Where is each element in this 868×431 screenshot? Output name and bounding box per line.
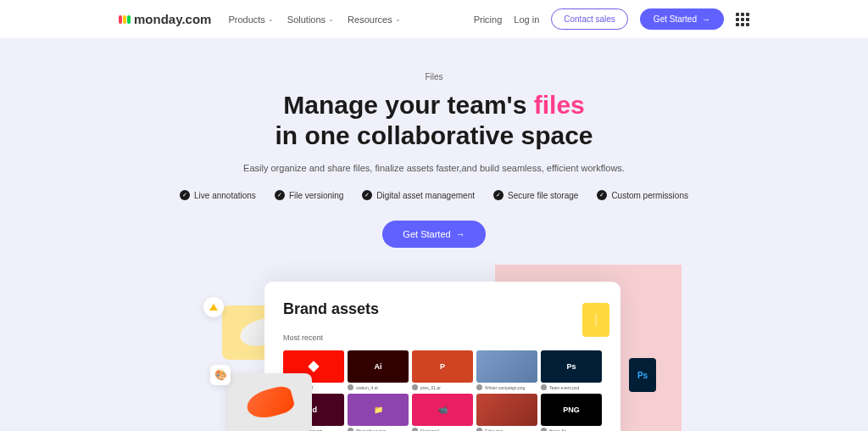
avatar-icon <box>541 428 547 431</box>
file-name-label: Team event.psd <box>549 385 579 390</box>
check-icon: ✓ <box>180 190 190 200</box>
logo-text: monday.com <box>134 12 211 26</box>
avatar-icon <box>348 428 353 431</box>
eyebrow: Files <box>0 72 868 81</box>
file-meta: Winter campaign.png <box>476 384 537 390</box>
arrow-right-icon: → <box>702 14 710 24</box>
main-nav: Products⌄ Solutions⌄ Resources⌄ <box>228 14 400 25</box>
file-item[interactable]: Ppres_01.pr <box>412 350 473 390</box>
feature-list: ✓Live annotations ✓File versioning ✓Digi… <box>0 190 868 200</box>
product-card-gray <box>227 373 312 431</box>
header-left: monday.com Products⌄ Solutions⌄ Resource… <box>119 12 401 26</box>
apps-grid-icon[interactable] <box>736 13 749 26</box>
feature-item: ✓Live annotations <box>180 190 256 200</box>
avatar-icon <box>412 384 418 390</box>
header-right: Pricing Log in Contact sales Get Started… <box>474 8 749 30</box>
file-meta: station_4.ai <box>348 384 409 390</box>
chevron-down-icon: ⌄ <box>328 15 334 23</box>
feature-item: ✓Secure file storage <box>493 190 578 200</box>
shoe-image <box>243 383 295 422</box>
color-picker-badge-icon: 🎨 <box>210 365 231 385</box>
file-name-label: Winter campaign.png <box>485 385 525 390</box>
file-grid: ID copy.pdfAistation_4.aiPpres_01.prWint… <box>283 350 602 431</box>
file-name-label: Home.fig <box>549 428 566 432</box>
hero-cta-button[interactable]: Get Started → <box>382 221 485 248</box>
photoshop-badge-icon: Ps <box>629 358 656 392</box>
pricing-link[interactable]: Pricing <box>474 14 503 25</box>
google-drive-badge-icon <box>203 297 224 317</box>
nav-products[interactable]: Products⌄ <box>228 14 273 25</box>
chevron-down-icon: ⌄ <box>395 15 401 23</box>
file-thumbnail <box>476 350 537 383</box>
check-icon: ✓ <box>493 190 504 200</box>
file-meta: Photoshoot.png <box>348 428 409 431</box>
file-name-label: station_4.ai <box>356 385 378 390</box>
avatar-icon <box>476 428 482 431</box>
feature-item: ✓File versioning <box>275 190 343 200</box>
hero-title: Manage your team's files in one collabor… <box>0 90 868 151</box>
file-name-label: Final.mp4 <box>420 428 439 432</box>
file-name-label: pres_01.pr <box>420 385 441 390</box>
main-header: monday.com Products⌄ Solutions⌄ Resource… <box>0 0 868 38</box>
file-item[interactable]: PsTeam event.psd <box>541 350 602 390</box>
contact-sales-button[interactable]: Contact sales <box>551 8 628 30</box>
check-icon: ✓ <box>275 190 285 200</box>
hero-section: Files Manage your team's files in one co… <box>0 38 868 431</box>
file-panel: Brand assets Most recent ID copy.pdfAist… <box>264 282 620 431</box>
panel-title: Brand assets <box>283 300 602 318</box>
file-item[interactable]: Aistation_4.ai <box>348 350 409 390</box>
logo[interactable]: monday.com <box>119 12 211 26</box>
mockup-area: Ps ⦚ 🎨 Brand assets Most recent ID copy.… <box>0 282 868 431</box>
file-thumbnail: P <box>412 350 473 383</box>
avatar-icon <box>476 384 482 390</box>
avatar-icon <box>348 384 353 390</box>
file-thumbnail: PNG <box>541 394 602 426</box>
file-thumbnail <box>476 394 537 426</box>
check-icon: ✓ <box>362 190 372 200</box>
hero-subtitle: Easily organize and share files, finaliz… <box>0 163 868 173</box>
chevron-down-icon: ⌄ <box>268 15 274 23</box>
file-thumbnail: Ai <box>348 350 409 383</box>
arrow-right-icon: → <box>456 229 465 239</box>
zip-file-badge-icon: ⦚ <box>582 303 609 337</box>
file-thumbnail: Ps <box>541 350 602 383</box>
panel-section-label: Most recent <box>283 333 602 342</box>
file-item[interactable]: PNGHome.fig <box>541 394 602 431</box>
file-item[interactable]: 📁Photoshoot.png <box>348 394 409 431</box>
file-name-label: Edge.png <box>485 428 503 432</box>
logo-icon <box>119 15 131 24</box>
get-started-button[interactable]: Get Started→ <box>640 8 724 30</box>
file-meta: pres_01.pr <box>412 384 473 390</box>
login-link[interactable]: Log in <box>514 14 539 25</box>
avatar-icon <box>541 384 547 390</box>
file-name-label: Photoshoot.png <box>356 428 386 432</box>
nav-solutions[interactable]: Solutions⌄ <box>287 14 334 25</box>
file-meta: Edge.png <box>476 428 537 431</box>
file-item[interactable]: Edge.png <box>476 394 537 431</box>
file-meta: Final.mp4 <box>412 428 473 431</box>
file-item[interactable]: 📹Final.mp4 <box>412 394 473 431</box>
feature-item: ✓Custom permissions <box>597 190 688 200</box>
file-meta: Team event.psd <box>541 384 602 390</box>
file-thumbnail: 📁 <box>348 394 409 426</box>
file-item[interactable]: Winter campaign.png <box>476 350 537 390</box>
file-thumbnail: 📹 <box>412 394 473 426</box>
file-meta: Home.fig <box>541 428 602 431</box>
feature-item: ✓Digital asset management <box>362 190 475 200</box>
nav-resources[interactable]: Resources⌄ <box>348 14 401 25</box>
avatar-icon <box>412 428 418 431</box>
check-icon: ✓ <box>597 190 607 200</box>
